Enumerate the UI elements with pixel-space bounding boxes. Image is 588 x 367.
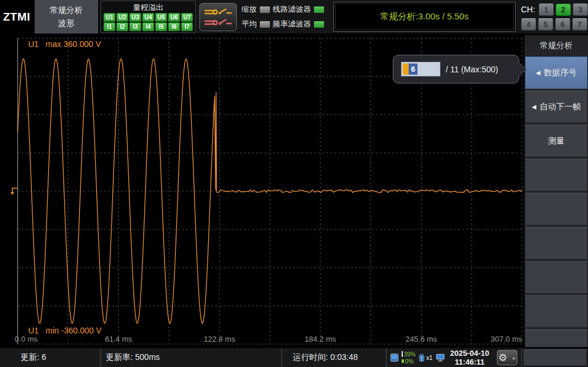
channel-button-4[interactable]: 4 <box>521 18 536 31</box>
channel-label: CH: <box>521 5 537 14</box>
left-arrow-icon: ◀ <box>536 69 540 76</box>
average-label: 平均 <box>242 19 257 29</box>
sidebar-empty-panel-8 <box>525 329 587 347</box>
channel-button-5[interactable]: 5 <box>538 18 553 31</box>
zoom-indicator <box>259 6 270 14</box>
wiring-diagram-icon <box>203 6 233 28</box>
usage-top: 39% <box>404 351 416 358</box>
channel-row-1: CH: 123 <box>521 4 588 16</box>
input-empty-space <box>417 64 439 75</box>
overflow-badge-u6: U6 <box>168 13 180 22</box>
channel-button-7[interactable]: 7 <box>572 18 587 31</box>
overflow-badge-i6: I6 <box>168 22 180 31</box>
channel-row-2: 4567 <box>521 18 588 31</box>
sidebar-item-label: 自动下一帧 <box>540 102 581 112</box>
channel-selector: CH: 123 4567 <box>517 0 588 34</box>
overflow-badge-i3: I3 <box>129 22 141 31</box>
usb-count: x1 <box>426 355 433 361</box>
time-tick-2: 122.8 ms <box>203 335 235 343</box>
sidebar-menu: 常规分析 ◀数据序号◀自动下一帧测量 <box>524 35 588 347</box>
sidebar-empty-panel-6 <box>525 261 587 293</box>
statusbar-empty-section <box>522 348 588 367</box>
channel-button-3[interactable]: 3 <box>573 4 588 16</box>
overflow-badge-u7: U7 <box>181 13 193 22</box>
wiring-button-wrap <box>197 0 239 34</box>
usage-bar2-icon <box>402 359 404 363</box>
settings-button[interactable]: ⚙ ▲ <box>497 350 517 365</box>
sidebar-item-label: 数据序号 <box>544 68 577 78</box>
network-monitor-icon <box>436 351 445 365</box>
time-text: 11:46:11 <box>450 358 489 366</box>
overflow-badge-i1: I1 <box>103 22 115 31</box>
spinner-handle[interactable] <box>403 64 409 75</box>
time-tick-0: 0.0 ms <box>15 335 38 343</box>
overflow-badge-i2: I2 <box>116 22 128 31</box>
overflow-badge-u4: U4 <box>142 13 154 22</box>
sidebar-item-0[interactable]: ◀数据序号 <box>525 56 587 89</box>
channel-button-6[interactable]: 6 <box>555 18 570 31</box>
popup-pointer <box>518 62 526 76</box>
time-tick-1: 61.4 ms <box>105 335 132 343</box>
data-index-max-text: / 11 (Max:500) <box>446 65 498 74</box>
sidebar-empty-panel-4 <box>525 193 587 225</box>
top-bar: ZTMI 常规分析 波形 量程溢出 U1U2U3U4U5U6U7 I1I2I3I… <box>0 0 588 35</box>
overflow-badge-i4: I4 <box>142 22 154 31</box>
sidebar-header: 常规分析 <box>524 35 588 56</box>
update-count: 更新: 6 <box>0 348 101 367</box>
u1-min-readout: U1 min -360.000 V <box>28 326 102 335</box>
time-tick-4: 245.6 ms <box>406 335 437 343</box>
tab-label-line2: 波形 <box>58 18 75 29</box>
overflow-badge-u3: U3 <box>129 13 141 22</box>
u1-max-readout: U1 max 360.000 V <box>28 39 101 49</box>
freq-filter-indicator <box>313 21 325 28</box>
zoom-label: 缩放 <box>242 4 257 15</box>
time-tick-3: 184.2 ms <box>305 335 336 343</box>
wiring-button[interactable] <box>199 3 237 31</box>
statusbar-empty-panel <box>523 349 587 366</box>
brand-logo: ZTMI <box>0 0 34 34</box>
overflow-badge-u5: U5 <box>155 13 167 22</box>
line-filter-indicator <box>313 6 325 14</box>
sidebar-items: ◀数据序号◀自动下一帧测量 <box>524 56 588 347</box>
u-badge-row: U1U2U3U4U5U6U7 <box>103 13 193 22</box>
data-index-value: 6 <box>409 64 417 75</box>
line-filter-label: 线路滤波器 <box>273 4 311 15</box>
time-tick-5: 307.0 ms <box>491 335 522 343</box>
update-rate: 更新率: 500ms <box>101 348 282 367</box>
sidebar-item-1[interactable]: ◀自动下一帧 <box>525 91 587 123</box>
overflow-badge-i7: I7 <box>181 22 193 31</box>
data-index-input[interactable]: 6 <box>401 62 440 76</box>
i-badge-row: I1I2I3I4I5I6I7 <box>103 22 193 31</box>
left-arrow-icon: ◀ <box>532 104 536 110</box>
usb-icon <box>419 350 425 365</box>
storage-usage: 39% 0% <box>402 351 416 365</box>
analysis-time-display: 常规分析:3.00s / 5.50s <box>333 2 516 32</box>
overflow-badge-i5: I5 <box>155 22 167 31</box>
filters-panel: 缩放 线路滤波器 平均 频率滤波器 <box>239 0 332 34</box>
data-index-popup: 6 / 11 (Max:500) <box>393 55 519 84</box>
status-bar: 更新: 6 更新率: 500ms 运行时间: 0:03:48 39% 0% x1… <box>0 347 588 367</box>
storage-icon <box>390 351 399 365</box>
sidebar-empty-panel-7 <box>525 295 587 328</box>
overflow-badge-u2: U2 <box>116 13 128 22</box>
channel-button-1[interactable]: 1 <box>539 4 554 16</box>
tab-normal-analysis-waveform[interactable]: 常规分析 波形 <box>34 0 99 34</box>
tab-label-line1: 常规分析 <box>50 5 83 16</box>
gear-icon: ⚙ <box>498 353 507 363</box>
sidebar-item-label: 测量 <box>548 136 564 146</box>
date-text: 2025-04-10 <box>450 349 489 358</box>
sidebar-empty-panel-3 <box>525 159 587 191</box>
triangle-up-icon: ▲ <box>512 355 516 361</box>
datetime-display: 2025-04-10 11:46:11 <box>450 349 489 366</box>
sidebar-item-2[interactable]: 测量 <box>525 125 587 157</box>
channel-button-2[interactable]: 2 <box>556 4 571 16</box>
overflow-badge-u1: U1 <box>103 13 115 22</box>
freq-filter-label: 频率滤波器 <box>273 19 311 29</box>
sidebar-empty-panel-5 <box>525 227 587 259</box>
range-overflow-title: 量程溢出 <box>133 2 163 12</box>
usage-bottom: 0% <box>405 358 413 365</box>
average-indicator <box>259 21 270 28</box>
system-status-section: 39% 0% x1 2025-04-10 11:46:11 ⚙ ▲ <box>387 348 522 367</box>
usage-bar-icon <box>402 351 403 357</box>
range-overflow-panel: 量程溢出 U1U2U3U4U5U6U7 I1I2I3I4I5I6I7 <box>101 1 196 33</box>
